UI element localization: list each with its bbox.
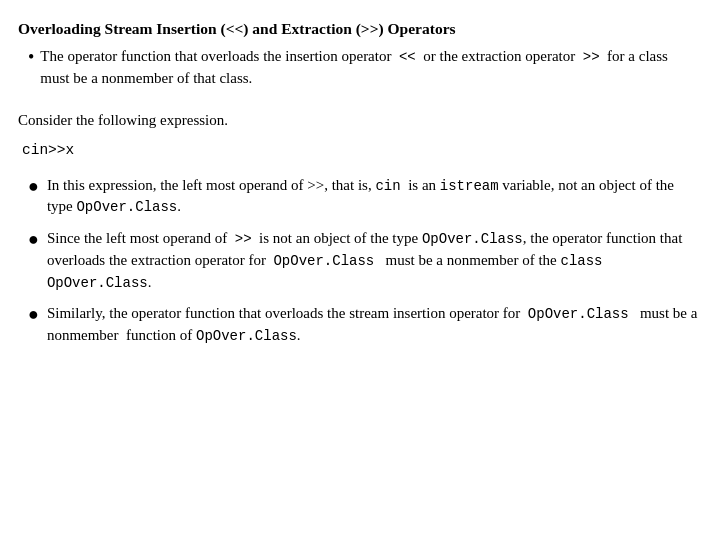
code-example: cin>>x [22,140,700,161]
bullet-dot-1: ● [28,175,39,198]
bullet-dot-3: ● [28,303,39,326]
consider-text: Consider the following expression. [18,110,700,132]
intro-bullet-section: • The operator function that overloads t… [28,46,700,90]
page-title: Overloading Stream Insertion (<<) and Ex… [18,18,700,40]
spacer-1 [18,94,700,110]
intro-bullet-item: • The operator function that overloads t… [28,46,700,90]
bullet-list-item-1: ● In this expression, the left most oper… [28,175,700,219]
bullet-text-2: Since the left most operand of >> is not… [47,228,700,293]
bullet-text-3: Similarly, the operator function that ov… [47,303,700,347]
page-container: Overloading Stream Insertion (<<) and Ex… [18,18,700,347]
bullet-list-item-2: ● Since the left most operand of >> is n… [28,228,700,293]
bullet-list: ● In this expression, the left most oper… [28,175,700,347]
bullet-list-item-3: ● Similarly, the operator function that … [28,303,700,347]
intro-bullet-text: The operator function that overloads the… [40,46,700,90]
bullet-text-1: In this expression, the left most operan… [47,175,700,219]
bullet-dot-2: ● [28,228,39,251]
intro-bullet-dot: • [28,46,34,69]
